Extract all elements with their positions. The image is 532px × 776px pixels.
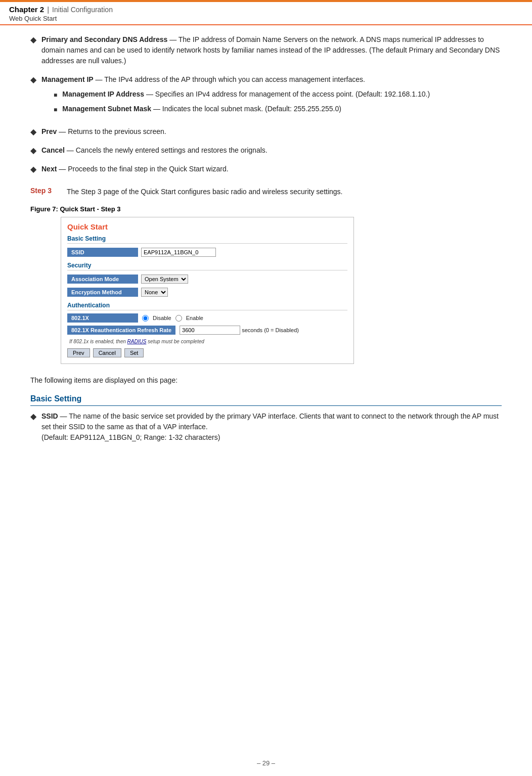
qs-note: If 802.1x is enabled, then RADIUS setup … [69,339,347,344]
sub-bullet-mgmt-addr: ■ Management IP Address — Specifies an I… [54,89,502,100]
qs-radio-disable[interactable] [142,315,149,322]
qs-assoc-row: Association Mode Open System [67,273,347,285]
main-content: ◆ Primary and Secondary DNS Address — Th… [0,25,532,471]
qs-set-button[interactable]: Set [124,348,144,357]
bullet-bold-ssid: SSID [41,412,58,420]
step3-content: The Step 3 page of the Quick Start confi… [67,187,502,197]
qs-basic-setting-title: Basic Setting [67,235,347,244]
qs-prev-button[interactable]: Prev [67,348,90,357]
sub-bullet-content-mgmt-addr: Management IP Address — Specifies an IPv… [62,89,502,100]
qs-reauth-value: seconds (0 = Disabled) [175,325,303,336]
bullet-content-mgmt: Management IP — The IPv4 address of the … [41,74,502,118]
qs-dot1x-radios: Disable Enable [138,314,207,323]
qs-note-text2: setup must be completed [146,339,204,344]
bullet-bold-cancel: Cancel [41,146,65,154]
bullet-cancel: ◆ Cancel — Cancels the newly entered set… [30,145,502,156]
bullet-content-dns: Primary and Secondary DNS Address — The … [41,34,502,66]
qs-ssid-value [138,247,347,258]
qs-cancel-button[interactable]: Cancel [93,348,121,357]
bullet-bold-prev: Prev [41,127,57,135]
sub-bullet-text-mgmt-addr: — Specifies an IPv4 address for manageme… [144,90,430,98]
bullet-dns: ◆ Primary and Secondary DNS Address — Th… [30,34,502,66]
qs-radio-disable-label: Disable [153,315,171,321]
figure-label: Figure 7: Quick Start - Step 3 [30,205,502,213]
qs-reauth-input[interactable] [180,326,240,335]
sub-bullet-content-mgmt-subnet: Management Subnet Mask — Indicates the l… [62,104,502,114]
qs-enc-value: None [138,287,347,298]
quickstart-panel: Quick Start Basic Setting SSID Security … [61,217,354,364]
sub-bullet-text-mgmt-subnet: — Indicates the local subnet mask. (Defa… [151,105,341,113]
qs-security-section: Security Association Mode Open System En… [67,262,347,298]
qs-radio-enable[interactable] [175,315,182,322]
qs-enc-select[interactable]: None [141,288,168,297]
qs-dot1x-row: 802.1X Disable Enable [67,313,347,323]
qs-enc-row: Encryption Method None [67,287,347,298]
bullet-text-mgmt: — The IPv4 address of the AP through whi… [94,75,365,83]
qs-auth-section: Authentication 802.1X Disable Enable 802… [67,302,347,336]
qs-radius-link[interactable]: RADIUS [127,339,147,344]
qs-dot1x-label: 802.1X [67,313,138,323]
bullet-content-prev: Prev — Returns to the previous screen. [41,126,502,137]
sub-bullet-square-mgmt-subnet: ■ [54,105,57,114]
basic-setting-heading: Basic Setting [30,394,502,406]
step3-block: Step 3 The Step 3 page of the Quick Star… [30,187,502,197]
qs-title: Quick Start [67,222,347,231]
bullet-bold-dns: Primary and Secondary DNS Address [41,35,167,43]
bullet-diamond-prev: ◆ [30,127,36,136]
qs-radio-group: Disable Enable [142,315,203,322]
qs-enc-label: Encryption Method [67,288,138,297]
qs-reauth-suffix: seconds (0 = Disabled) [242,327,299,333]
bullet-diamond-dns: ◆ [30,35,36,44]
page-subheader: Web Quick Start [9,15,523,22]
following-text: The following items are displayed on thi… [30,376,502,384]
chapter-separator: | [47,5,49,14]
bullet-text-ssid: — The name of the basic service set prov… [41,412,499,441]
bullet-diamond-ssid: ◆ [30,412,36,421]
qs-note-text: If 802.1x is enabled, then [69,339,127,344]
qs-ssid-label: SSID [67,248,138,257]
sub-bullet-bold-mgmt-subnet: Management Subnet Mask [62,105,151,113]
qs-ssid-input[interactable] [141,248,216,257]
bullet-ssid: ◆ SSID — The name of the basic service s… [30,411,502,443]
bullet-diamond-next: ◆ [30,164,36,174]
bullet-diamond-cancel: ◆ [30,146,36,155]
page-header: Chapter 2 | Initial Configuration Web Qu… [0,2,532,25]
qs-assoc-label: Association Mode [67,275,138,284]
page-number: – 29 – [257,759,275,767]
bullet-text-cancel: — Cancels the newly entered settings and… [65,146,268,154]
qs-reauth-label: 802.1X Reauthentication Refresh Rate [67,326,175,335]
qs-assoc-value: Open System [138,273,347,285]
qs-buttons: Prev Cancel Set [67,348,347,357]
sub-bullet-mgmt-subnet: ■ Management Subnet Mask — Indicates the… [54,104,502,114]
bullet-diamond-mgmt: ◆ [30,75,36,84]
qs-auth-title: Authentication [67,302,347,310]
chapter-subtitle: Initial Configuration [52,6,113,14]
bullet-bold-mgmt: Management IP [41,75,94,83]
bullet-content-next: Next — Proceeds to the final step in the… [41,164,502,174]
qs-assoc-select[interactable]: Open System [141,275,188,284]
bullet-next: ◆ Next — Proceeds to the final step in t… [30,164,502,174]
chapter-title: Chapter 2 [9,5,44,14]
bullet-bold-next: Next [41,165,57,173]
bullet-text-prev: — Returns to the previous screen. [57,127,166,135]
sub-bullet-square-mgmt-addr: ■ [54,90,57,100]
page-footer: – 29 – [0,751,532,771]
qs-radio-enable-label: Enable [186,315,203,321]
bullet-text-next: — Proceeds to the final step in the Quic… [57,165,228,173]
qs-security-title: Security [67,262,347,270]
sub-bullet-bold-mgmt-addr: Management IP Address [62,90,144,98]
qs-reauth-row: 802.1X Reauthentication Refresh Rate sec… [67,325,347,336]
bullet-mgmt-ip: ◆ Management IP — The IPv4 address of th… [30,74,502,118]
bullet-content-cancel: Cancel — Cancels the newly entered setti… [41,145,502,156]
bullet-content-ssid: SSID — The name of the basic service set… [41,411,502,443]
step3-label: Step 3 [30,187,61,195]
bullet-prev: ◆ Prev — Returns to the previous screen. [30,126,502,137]
qs-ssid-row: SSID [67,247,347,258]
